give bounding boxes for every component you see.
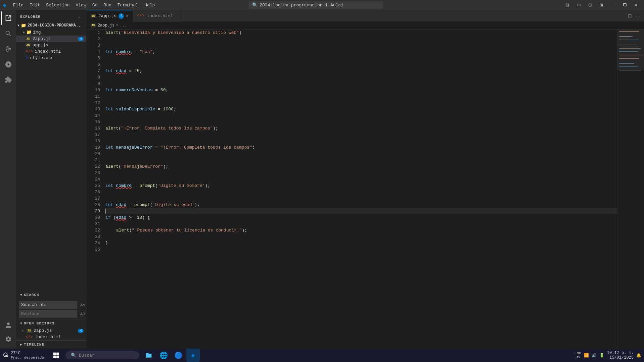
browser-taskbar-icon[interactable]: 🌐 [157, 349, 170, 362]
panel-icon[interactable]: ▭ [574, 0, 583, 10]
account-activity-icon[interactable] [1, 318, 15, 332]
code-line-24 [105, 176, 617, 183]
file-tree-section: ▼ 📁 2034-LOGICA-PROGRAMA... ▶ 📁 img JS 2… [16, 22, 86, 290]
source-control-activity-icon[interactable] [1, 42, 15, 56]
breadcrumb-separator: > [116, 23, 118, 28]
tree-index-html[interactable]: </> index.html [16, 48, 86, 55]
start-button[interactable] [49, 349, 63, 362]
search-header[interactable]: ▼ SEARCH [16, 290, 86, 300]
vscode-taskbar-icon[interactable]: ◆ [186, 349, 200, 362]
root-folder-label: 2034-LOGICA-PROGRAMA... [28, 23, 83, 28]
open-editor-2app-js[interactable]: ✕ JS 2app.js 4 [16, 327, 86, 334]
weather-temp: 27°C [11, 351, 44, 356]
code-line-14 [105, 112, 617, 119]
open-editors-header[interactable]: ▼ OPEN EDITORS [16, 319, 86, 327]
2app-js-badge: 4 [78, 37, 84, 41]
weather-icon: 🌤 [3, 352, 9, 359]
menu-help[interactable]: Help [142, 2, 157, 8]
layout2-icon[interactable]: ⊞ [597, 0, 606, 10]
code-line-25: let nombre = prompt('Digite su nombre'); [105, 183, 617, 189]
taskbar-search[interactable]: 🔍 Buscar [65, 351, 139, 359]
maximize-button[interactable]: ⧠ [619, 1, 631, 9]
timeline-header[interactable]: ▶ TIMELINE [16, 341, 86, 349]
tab-bar: JS 2app.js 4 ✕ </> index.html ✕ ⊟ ··· [87, 10, 644, 22]
code-content[interactable]: alert("Bienvenida y bienvenido a nuestro… [103, 30, 617, 349]
code-line-17 [105, 132, 617, 138]
replace-input[interactable] [19, 310, 77, 318]
close-2app-js-icon[interactable]: ✕ [21, 328, 24, 333]
menu-go[interactable]: Go [90, 2, 100, 8]
tree-root-folder[interactable]: ▼ 📁 2034-LOGICA-PROGRAMA... [16, 22, 86, 29]
minimap-svg [617, 30, 644, 231]
explorer-more-button[interactable]: ··· [77, 13, 82, 20]
layout-icon[interactable]: ⊡ [563, 0, 572, 10]
search-title: SEARCH [24, 293, 39, 297]
tree-app-js[interactable]: JS app.js [16, 42, 86, 48]
file-explorer-taskbar-icon[interactable] [142, 349, 155, 362]
notifications-icon[interactable]: 🔔 [636, 353, 641, 358]
menu-edit[interactable]: Edit [27, 2, 43, 8]
open-editors-collapse-icon: ▼ [20, 322, 22, 325]
timeline-title: TIMELINE [24, 343, 44, 347]
explorer-activity-icon[interactable] [1, 11, 15, 25]
keyboard-layout[interactable]: ENG US [574, 351, 581, 359]
weather-desc: Prac. despejado [11, 356, 44, 360]
code-line-23 [105, 170, 617, 176]
breadcrumb-more[interactable]: ... [120, 23, 127, 28]
taskbar-right: ENG US 📶 🔊 🔋 10:12 p. m. 15/01/2025 🔔 [574, 351, 641, 360]
taskbar-clock[interactable]: 10:12 p. m. 15/01/2025 [607, 351, 634, 360]
title-bar: ◆ File Edit Selection View Go Run Termin… [0, 0, 644, 10]
minimize-button[interactable]: — [608, 1, 619, 9]
tree-style-css[interactable]: # style.css [16, 55, 86, 61]
settings-activity-icon[interactable] [1, 332, 15, 346]
extensions-activity-icon[interactable] [1, 73, 15, 87]
tab-close-icon[interactable]: ✕ [126, 13, 128, 18]
tree-img-folder[interactable]: ▶ 📁 img [16, 29, 86, 36]
title-search[interactable]: 🔍 2034-logica-programacion-1-Aula1 [249, 1, 383, 9]
editor-area: JS 2app.js 4 ✕ </> index.html ✕ ⊟ ··· JS… [87, 10, 644, 349]
tab-2app-js-badge: 4 [119, 13, 124, 19]
open-editor-index-html-label: index.html [35, 334, 61, 340]
open-editor-index-html[interactable]: </> index.html [16, 334, 86, 340]
match-case-button[interactable]: Aa [79, 302, 86, 308]
replace-row: AB ··· [19, 310, 84, 318]
code-line-30: if (edad >= 18) { [105, 214, 617, 221]
search-input[interactable] [19, 301, 77, 309]
tab-index-html[interactable]: </> index.html ✕ [133, 10, 182, 22]
tab-2app-js[interactable]: JS 2app.js 4 ✕ [87, 10, 133, 22]
taskbar-search-icon: 🔍 [71, 353, 76, 358]
svg-rect-15 [53, 353, 56, 355]
code-line-29 [105, 208, 617, 214]
title-search-text: 2034-logica-programacion-1-Aula1 [260, 3, 343, 8]
menu-file[interactable]: File [10, 2, 26, 8]
code-line-7: let edad = 25; [105, 68, 617, 74]
menu-view[interactable]: View [73, 2, 89, 8]
debug-activity-icon[interactable] [1, 58, 15, 71]
img-folder-label: img [33, 30, 41, 35]
tree-2app-js[interactable]: JS 2app.js 4 [16, 36, 86, 42]
breadcrumb-filename[interactable]: 2app.js [98, 23, 114, 28]
more-tabs-button[interactable]: ··· [635, 12, 641, 20]
search-activity-icon[interactable] [1, 27, 15, 40]
preserve-case-button[interactable]: AB [79, 311, 87, 317]
close-button[interactable]: ✕ [631, 1, 641, 9]
sidebar-icon[interactable]: ⊟ [586, 0, 594, 10]
network-icon: 📶 [584, 353, 589, 358]
split-editor-button[interactable]: ⊟ [627, 12, 633, 20]
code-line-33 [105, 234, 617, 240]
code-line-20 [105, 151, 617, 157]
menu-run[interactable]: Run [101, 2, 114, 8]
code-line-3 [105, 42, 617, 49]
explorer-header: EXPLORER ··· [16, 10, 86, 22]
menu-selection[interactable]: Selection [43, 2, 72, 8]
code-line-21 [105, 157, 617, 163]
code-editor[interactable]: 1 2 3 4 5 6 7 8 9 10 11 12 13 14 15 16 1… [87, 30, 644, 349]
chrome-taskbar-icon[interactable]: 🔵 [172, 349, 185, 362]
code-line-27 [105, 195, 617, 202]
open-editors-section: ▼ OPEN EDITORS ✕ JS 2app.js 4 </> index.… [16, 319, 86, 340]
menu-terminal[interactable]: Terminal [115, 2, 141, 8]
open-editor-2app-js-label: 2app.js [34, 328, 52, 333]
minimap [617, 30, 644, 349]
chevron-down-icon: ▼ [17, 24, 19, 28]
js-file-icon: JS [26, 37, 31, 41]
